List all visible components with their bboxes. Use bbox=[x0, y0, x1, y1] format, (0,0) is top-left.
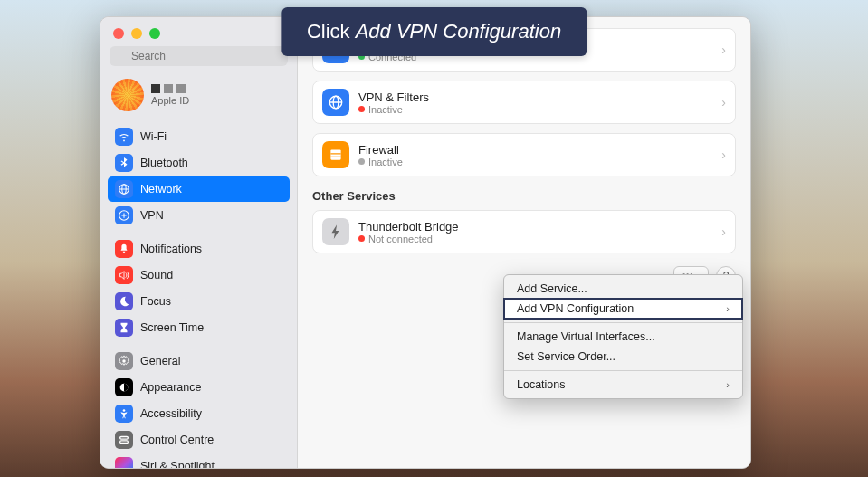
system-settings-window: Apple ID Wi-Fi Bluetooth Network VPN bbox=[100, 16, 751, 469]
apple-id-label: Apple ID bbox=[151, 95, 189, 106]
menu-label: Add VPN Configuration bbox=[517, 302, 634, 315]
window-controls bbox=[100, 17, 297, 46]
section-other-services: Other Services bbox=[312, 189, 736, 203]
chevron-right-icon: › bbox=[726, 303, 730, 314]
sidebar-item-label: Notifications bbox=[140, 243, 202, 255]
instruction-prefix: Click bbox=[307, 20, 356, 43]
sidebar-item-siri[interactable]: Siri & Spotlight bbox=[108, 453, 290, 468]
sidebar-item-label: VPN bbox=[140, 209, 164, 222]
sidebar-item-notifications[interactable]: Notifications bbox=[108, 236, 290, 262]
sidebar-item-label: Bluetooth bbox=[140, 157, 188, 169]
toggles-icon bbox=[115, 431, 133, 449]
speaker-icon bbox=[115, 266, 133, 284]
bell-icon bbox=[115, 240, 133, 258]
menu-label: Add Service... bbox=[517, 282, 587, 295]
chevron-right-icon: › bbox=[721, 224, 726, 239]
svg-rect-10 bbox=[120, 441, 129, 444]
sidebar-nav: Wi-Fi Bluetooth Network VPN Notification… bbox=[100, 120, 297, 468]
svg-point-8 bbox=[123, 409, 126, 412]
sidebar-item-label: Network bbox=[140, 183, 182, 196]
menu-set-service-order[interactable]: Set Service Order... bbox=[504, 347, 742, 367]
chevron-right-icon: › bbox=[721, 43, 726, 57]
svg-point-6 bbox=[122, 359, 126, 363]
sidebar: Apple ID Wi-Fi Bluetooth Network VPN bbox=[100, 17, 298, 468]
chevron-right-icon: › bbox=[721, 148, 726, 162]
appearance-icon bbox=[115, 378, 133, 396]
sidebar-item-label: Control Centre bbox=[140, 434, 214, 446]
instruction-target: Add VPN Configuration bbox=[356, 20, 561, 43]
status-dot bbox=[358, 158, 365, 165]
menu-add-vpn-configuration[interactable]: Add VPN Configuration › bbox=[504, 299, 742, 319]
sidebar-item-vpn[interactable]: VPN bbox=[108, 203, 290, 228]
menu-locations[interactable]: Locations › bbox=[504, 375, 742, 395]
sidebar-item-general[interactable]: General bbox=[108, 348, 290, 374]
status-dot bbox=[358, 106, 365, 112]
row-vpn-filters[interactable]: VPN & Filters Inactive › bbox=[312, 81, 736, 124]
context-menu: Add Service... Add VPN Configuration › M… bbox=[503, 274, 743, 399]
sidebar-item-label: Screen Time bbox=[140, 321, 204, 334]
row-status: Inactive bbox=[368, 104, 403, 115]
row-thunderbolt[interactable]: Thunderbolt Bridge Not connected › bbox=[312, 210, 736, 253]
sidebar-item-network[interactable]: Network bbox=[108, 176, 290, 202]
menu-divider bbox=[504, 322, 742, 323]
sidebar-item-control-centre[interactable]: Control Centre bbox=[108, 427, 290, 453]
menu-label: Manage Virtual Interfaces... bbox=[517, 330, 655, 343]
maximize-button[interactable] bbox=[149, 28, 160, 39]
siri-icon bbox=[115, 457, 133, 468]
svg-rect-14 bbox=[330, 149, 340, 159]
sidebar-item-label: Accessibility bbox=[140, 407, 202, 420]
chevron-right-icon: › bbox=[721, 95, 726, 110]
sidebar-item-label: Appearance bbox=[140, 381, 201, 394]
sidebar-item-sound[interactable]: Sound bbox=[108, 262, 290, 288]
sidebar-item-label: General bbox=[140, 355, 180, 367]
minimize-button[interactable] bbox=[131, 28, 142, 39]
moon-icon bbox=[115, 292, 133, 310]
apple-id-row[interactable]: Apple ID bbox=[100, 73, 297, 120]
row-title: Thunderbolt Bridge bbox=[358, 220, 721, 234]
menu-label: Locations bbox=[517, 378, 566, 391]
menu-manage-virtual-interfaces[interactable]: Manage Virtual Interfaces... bbox=[504, 327, 742, 347]
wifi-icon bbox=[115, 128, 133, 146]
sidebar-item-label: Siri & Spotlight bbox=[140, 460, 215, 468]
network-icon bbox=[115, 180, 133, 198]
row-title: VPN & Filters bbox=[358, 91, 721, 104]
close-button[interactable] bbox=[113, 28, 124, 39]
menu-add-service[interactable]: Add Service... bbox=[504, 279, 742, 299]
sidebar-item-accessibility[interactable]: Accessibility bbox=[108, 401, 290, 426]
vpn-icon bbox=[115, 206, 133, 224]
bluetooth-icon bbox=[115, 154, 133, 172]
sidebar-item-label: Sound bbox=[140, 269, 173, 281]
thunderbolt-icon bbox=[322, 218, 349, 245]
avatar bbox=[111, 79, 144, 111]
main-panel: Wi-Fi Connected › VPN & Filters Inactive… bbox=[298, 17, 750, 468]
menu-divider bbox=[504, 370, 742, 371]
menu-label: Set Service Order... bbox=[517, 350, 615, 363]
row-status: Not connected bbox=[368, 234, 433, 244]
sidebar-item-screen-time[interactable]: Screen Time bbox=[108, 315, 290, 340]
svg-rect-9 bbox=[120, 437, 129, 440]
gear-icon bbox=[115, 352, 133, 370]
row-title: Firewall bbox=[358, 143, 721, 157]
row-status: Inactive bbox=[368, 157, 403, 167]
instruction-banner: Click Add VPN Configuration bbox=[281, 7, 587, 56]
sidebar-item-bluetooth[interactable]: Bluetooth bbox=[108, 150, 290, 176]
sidebar-item-wifi[interactable]: Wi-Fi bbox=[108, 124, 290, 149]
globe-icon bbox=[322, 89, 349, 116]
accessibility-icon bbox=[115, 405, 133, 423]
chevron-right-icon: › bbox=[726, 379, 730, 390]
status-dot bbox=[358, 235, 365, 242]
firewall-icon bbox=[322, 141, 349, 168]
sidebar-item-label: Wi-Fi bbox=[140, 130, 167, 143]
hourglass-icon bbox=[115, 319, 133, 337]
sidebar-item-label: Focus bbox=[140, 295, 171, 308]
sidebar-item-focus[interactable]: Focus bbox=[108, 289, 290, 314]
search-input[interactable] bbox=[110, 46, 288, 66]
user-name-placeholder bbox=[151, 84, 189, 93]
sidebar-item-appearance[interactable]: Appearance bbox=[108, 375, 290, 400]
row-firewall[interactable]: Firewall Inactive › bbox=[312, 133, 736, 176]
